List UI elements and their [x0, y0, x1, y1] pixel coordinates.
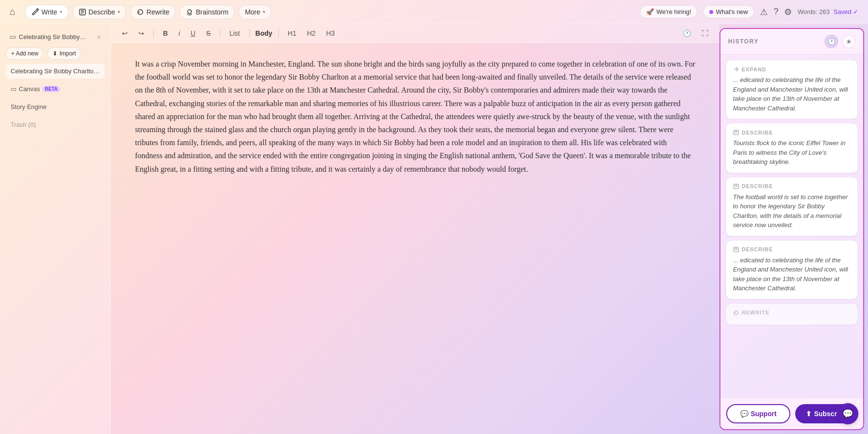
history-title: HISTORY [728, 38, 759, 45]
subscribe-icon: ⬆ [806, 410, 812, 418]
words-saved-info: Words: 263 Saved ✓ [798, 8, 858, 15]
toolbar-separator-2 [220, 29, 220, 38]
history-card-type-rewrite: REWRITE [733, 310, 851, 316]
history-card-describe-2[interactable]: DESCRIBE The football world is set to co… [726, 177, 857, 236]
rewrite-icon [136, 8, 144, 16]
top-right-actions: 🚀 We're hiring! What's new ⚠ ? ⚙ Words: … [640, 5, 858, 18]
body-style-label[interactable]: Body [256, 29, 272, 37]
beta-badge: BETA [42, 86, 60, 92]
history-card-text-describe-3: ... edicated to celebrating the life of … [733, 256, 851, 293]
h3-button[interactable]: H3 [323, 28, 338, 39]
list-button[interactable]: List [226, 28, 244, 39]
describe-button[interactable]: Describe ▾ [72, 5, 126, 19]
top-navigation: ⌂ Write ▾ Describe ▾ Rewrite Brainstorm … [0, 0, 868, 24]
rocket-icon: 🚀 [646, 8, 654, 15]
history-panel: HISTORY 🕐 ★ EXPAND ... edicated to celeb… [719, 28, 864, 430]
support-button[interactable]: 💬 Support [726, 404, 790, 423]
chat-icon: 💬 [842, 408, 853, 419]
main-content: ▭ Celebrating Sir Bobby C... « + Add new… [0, 24, 868, 434]
fullscreen-button[interactable]: ⛶ [698, 28, 712, 39]
history-card-rewrite[interactable]: REWRITE [726, 304, 857, 325]
write-button[interactable]: Write ▾ [25, 5, 68, 19]
history-clock-icon[interactable]: 🕐 [825, 35, 838, 48]
history-items-list: EXPAND ... edicated to celebrating the l… [720, 54, 863, 398]
history-card-type-describe-1: DESCRIBE [733, 129, 851, 136]
editor-content[interactable]: It was a crisp November morning in Manch… [111, 43, 719, 434]
canvas-icon: ▭ [11, 85, 16, 93]
h1-button[interactable]: H1 [285, 28, 300, 39]
describe-icon-hist [733, 129, 739, 136]
brainstorm-icon [186, 8, 193, 16]
sidebar-actions: + Add new ⬇ Import [6, 47, 105, 60]
history-time-button[interactable]: 🕐 [679, 28, 694, 39]
write-icon [31, 8, 39, 16]
history-card-type-expand: EXPAND [733, 66, 851, 72]
sidebar-header: ▭ Celebrating Sir Bobby C... « [6, 30, 105, 43]
history-card-expand[interactable]: EXPAND ... edicated to celebrating the l… [726, 60, 857, 119]
editor-panel: ↩ ↪ B i U S List Body H1 H2 H3 🕐 ⛶ It wa… [111, 24, 719, 434]
history-card-describe-1[interactable]: DESCRIBE Tourists flock to the iconic Ei… [726, 123, 857, 173]
history-card-type-describe-2: DESCRIBE [733, 183, 851, 190]
editor-toolbar: ↩ ↪ B i U S List Body H1 H2 H3 🕐 ⛶ [111, 24, 719, 43]
support-icon: 💬 [740, 410, 748, 418]
sidebar-item-story-engine[interactable]: Story Engine [6, 99, 105, 114]
describe-chevron: ▾ [118, 9, 120, 14]
history-card-describe-3[interactable]: DESCRIBE ... edicated to celebrating the… [726, 241, 857, 299]
history-card-text-describe-2: The football world is set to come togeth… [733, 192, 851, 230]
sidebar-item-doc[interactable]: Celebrating Sir Bobby Charlton's L... [6, 64, 105, 79]
alert-icon[interactable]: ⚠ [760, 7, 768, 17]
toolbar-separator-4 [278, 29, 279, 38]
rewrite-icon-hist [733, 310, 739, 316]
rewrite-button[interactable]: Rewrite [130, 5, 176, 19]
whats-new-button[interactable]: What's new [703, 5, 754, 18]
import-icon: ⬇ [53, 50, 57, 57]
history-header-icons: 🕐 ★ [825, 35, 855, 48]
write-chevron: ▾ [60, 9, 62, 14]
redo-button[interactable]: ↪ [135, 28, 148, 39]
sidebar-item-trash[interactable]: Trash (0) [6, 118, 105, 131]
describe-icon-hist-3 [733, 246, 739, 253]
hiring-button[interactable]: 🚀 We're hiring! [640, 5, 697, 18]
add-new-button[interactable]: + Add new [6, 47, 43, 60]
document-icon: ▭ [10, 33, 16, 41]
history-header: HISTORY 🕐 ★ [720, 29, 863, 54]
history-card-type-describe-3: DESCRIBE [733, 246, 851, 253]
notification-dot [709, 10, 713, 14]
history-card-text-describe-1: Tourists flock to the iconic Eiffel Towe… [733, 138, 851, 167]
import-button[interactable]: ⬇ Import [47, 47, 81, 60]
describe-icon-hist-2 [733, 183, 739, 190]
sidebar-item-canvas[interactable]: ▭ Canvas BETA [6, 82, 105, 95]
settings-icon[interactable]: ⚙ [784, 7, 792, 17]
more-button[interactable]: More ▾ [239, 5, 271, 19]
undo-button[interactable]: ↩ [119, 28, 131, 39]
bold-button[interactable]: B [160, 28, 171, 39]
svg-point-4 [188, 10, 191, 14]
home-icon[interactable]: ⌂ [10, 6, 15, 17]
sidebar: ▭ Celebrating Sir Bobby C... « + Add new… [0, 24, 111, 434]
chat-bubble-button[interactable]: 💬 [837, 403, 858, 424]
more-chevron: ▾ [263, 9, 265, 14]
brainstorm-button[interactable]: Brainstorm [179, 5, 235, 19]
strikethrough-button[interactable]: S [203, 28, 214, 39]
toolbar-separator-3 [249, 29, 250, 38]
history-card-text-expand: ... edicated to celebrating the life of … [733, 75, 851, 113]
history-star-icon[interactable]: ★ [842, 35, 855, 48]
h2-button[interactable]: H2 [303, 28, 319, 39]
expand-icon [733, 66, 739, 72]
describe-icon [79, 8, 86, 16]
underline-button[interactable]: U [187, 28, 199, 39]
italic-button[interactable]: i [175, 28, 183, 39]
toolbar-separator-1 [153, 29, 154, 38]
help-icon[interactable]: ? [773, 7, 778, 17]
collapse-icon[interactable]: « [97, 33, 101, 41]
